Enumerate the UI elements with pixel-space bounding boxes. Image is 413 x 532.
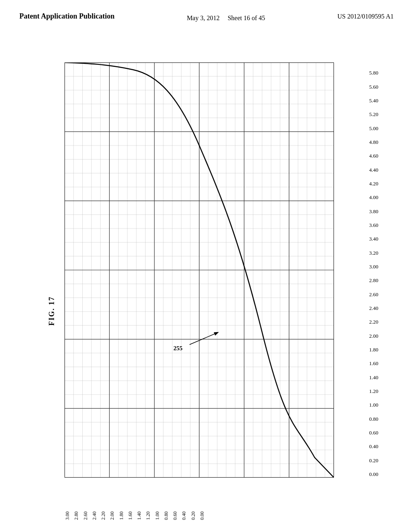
x-label-5: 1.00 (154, 511, 161, 520)
x-label-0: 0.00 (199, 511, 205, 520)
x-label-15: 3.00 (65, 511, 71, 520)
y-label-17: 3.40 (369, 236, 378, 242)
y-label-3: 0.60 (369, 430, 378, 436)
chart-container: 255 0.00 0.20 0.40 0.60 0.80 1.00 1.20 1… (65, 62, 355, 478)
x-label-3: 0.60 (172, 511, 178, 520)
x-label-11: 2.20 (100, 511, 106, 520)
y-label-11: 2.20 (369, 319, 378, 325)
x-label-9: 1.80 (119, 511, 125, 520)
publication-title-text: Patent Application Publication (19, 12, 115, 20)
y-label-13: 2.60 (369, 291, 378, 298)
y-label-23: 4.60 (369, 153, 378, 159)
chart-area: FIG. 17 (40, 62, 371, 504)
sheet-info: Sheet 16 of 45 (227, 15, 265, 21)
y-label-12: 2.40 (369, 305, 378, 312)
y-label-1: 0.20 (369, 457, 378, 464)
publication-date: May 3, 2012 (187, 15, 219, 21)
x-label-12: 2.40 (92, 511, 98, 520)
y-label-15: 3.00 (369, 264, 378, 270)
y-label-19: 3.80 (369, 208, 378, 215)
patent-number-text: US 2012/0109595 A1 (337, 13, 394, 20)
x-label-10: 2.00 (109, 511, 115, 520)
y-label-9: 1.80 (369, 347, 378, 353)
y-label-7: 1.40 (369, 374, 378, 381)
x-label-13: 2.60 (83, 511, 89, 520)
y-label-25: 5.00 (369, 125, 378, 132)
y-label-8: 1.60 (369, 360, 378, 367)
x-label-14: 2.80 (73, 511, 79, 520)
y-label-2: 0.40 (369, 443, 378, 450)
y-label-14: 2.80 (369, 277, 378, 284)
x-label-8: 1.60 (127, 511, 133, 520)
x-label-7: 1.40 (136, 511, 142, 520)
header-center: May 3, 2012 Sheet 16 of 45 (187, 11, 265, 23)
svg-text:255: 255 (173, 345, 183, 351)
publication-title: Patent Application Publication (19, 11, 115, 21)
y-label-18: 3.60 (369, 222, 378, 229)
y-label-0: 0.00 (369, 471, 378, 478)
x-label-1: 0.20 (190, 511, 196, 520)
x-label-4: 0.80 (163, 511, 169, 520)
y-label-21: 4.20 (369, 181, 378, 187)
figure-label: FIG. 17 (48, 296, 56, 326)
y-label-5: 1.00 (369, 402, 378, 408)
y-label-29: 5.80 (369, 70, 378, 76)
y-axis-labels: 0.00 0.20 0.40 0.60 0.80 1.00 1.20 1.40 … (356, 62, 378, 478)
x-label-6: 1.20 (145, 511, 151, 520)
chart-svg: 255 (65, 62, 334, 478)
y-label-22: 4.40 (369, 167, 378, 173)
y-label-27: 5.40 (369, 98, 378, 104)
x-label-2: 0.40 (181, 511, 187, 520)
y-label-26: 5.20 (369, 111, 378, 118)
page-header: Patent Application Publication May 3, 20… (0, 0, 413, 23)
y-label-28: 5.60 (369, 84, 378, 90)
patent-number: US 2012/0109595 A1 (337, 11, 394, 20)
y-label-24: 4.80 (369, 139, 378, 145)
y-label-6: 1.20 (369, 388, 378, 395)
y-label-20: 4.00 (369, 194, 378, 201)
y-label-10: 2.00 (369, 333, 378, 339)
y-label-16: 3.20 (369, 250, 378, 256)
y-label-4: 0.80 (369, 416, 378, 422)
